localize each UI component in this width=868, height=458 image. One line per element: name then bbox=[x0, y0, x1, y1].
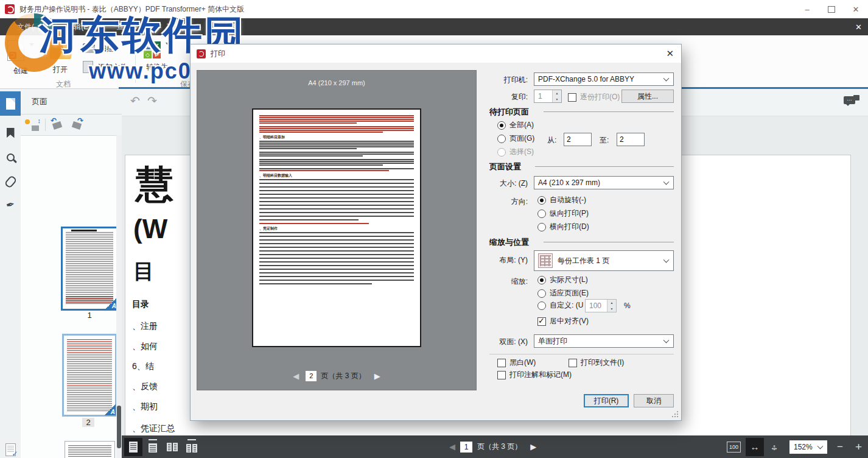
comment-button[interactable]: … bbox=[844, 95, 859, 107]
zoom-select[interactable]: 152% bbox=[789, 440, 827, 454]
radio-all-pages[interactable]: 全部(A) bbox=[497, 120, 534, 130]
preview-next-icon[interactable]: ▶ bbox=[374, 372, 380, 381]
page-prev-icon[interactable]: ◀ bbox=[449, 442, 455, 451]
radio-icon bbox=[497, 121, 506, 130]
layout-select[interactable]: 每份工作表 1 页 bbox=[534, 250, 674, 271]
add-file-button[interactable]: + 添加文件 bbox=[83, 61, 127, 73]
sidebar-tab-tasks[interactable]: ✓ bbox=[0, 437, 21, 458]
create-label: 创建 bbox=[13, 66, 28, 76]
fit-width-button[interactable]: ↔ bbox=[746, 438, 764, 456]
radio-landscape[interactable]: 横向打印(D) bbox=[537, 222, 589, 232]
panel-scrollbar[interactable] bbox=[116, 135, 122, 458]
radio-custom-scale[interactable]: 自定义: (U bbox=[537, 300, 583, 311]
maximize-button[interactable] bbox=[819, 1, 844, 18]
radio-fit-page[interactable]: 适应页面(E) bbox=[537, 288, 589, 298]
enhance-icon bbox=[25, 119, 30, 124]
undo-button[interactable]: ↶ bbox=[130, 94, 140, 108]
section-setup-header: 页面设置 bbox=[489, 161, 521, 172]
print-dialog: 打印 ✕ A4 (210 x 297 mm) 、明细科目添加、明细科目数据输入、… bbox=[190, 44, 682, 421]
radio-actual-size[interactable]: 实际尺寸(L) bbox=[537, 275, 588, 285]
open-folder-icon bbox=[50, 43, 71, 59]
selection-label: 选择(S) bbox=[509, 147, 534, 157]
thumbnail-1-label: 1 bbox=[83, 311, 96, 320]
view-single-page-button[interactable] bbox=[124, 438, 142, 456]
dialog-app-icon bbox=[197, 49, 206, 58]
thumbnail-page-2[interactable]: A bbox=[62, 334, 117, 417]
zoom-in-button[interactable]: + bbox=[855, 440, 862, 454]
dialog-close-button[interactable]: ✕ bbox=[666, 44, 674, 63]
preview-page-count: 页（共 3 页） bbox=[321, 371, 365, 381]
menu-item-help[interactable]: 帮助(H) bbox=[208, 18, 250, 35]
zoom-100-button[interactable]: 100 bbox=[727, 442, 741, 453]
chevron-down-icon bbox=[166, 43, 170, 46]
custom-scale-stepper[interactable]: 100 ▲▼ bbox=[585, 299, 617, 312]
panel-scrollbar-thumb[interactable] bbox=[117, 406, 121, 448]
properties-button[interactable]: 属性... bbox=[621, 90, 674, 103]
app-icon bbox=[5, 4, 15, 14]
sidebar-tab-pages[interactable] bbox=[0, 91, 21, 116]
scan-button[interactable]: 扫描 bbox=[83, 44, 114, 54]
black-white-checkbox[interactable]: 黑白(W) bbox=[497, 358, 536, 368]
thumbnail-page-1[interactable]: A bbox=[61, 227, 118, 311]
page-next-icon[interactable]: ▶ bbox=[530, 442, 536, 451]
radio-selection[interactable]: 选择(S) bbox=[497, 147, 534, 157]
center-checkbox[interactable]: 居中对齐(V) bbox=[537, 316, 589, 326]
sidebar-tab-signature[interactable]: ✒ bbox=[0, 192, 21, 217]
sidebar-tab-search[interactable] bbox=[0, 145, 21, 169]
size-select[interactable]: A4 (210 x 297 mm) bbox=[534, 176, 674, 189]
from-input[interactable] bbox=[564, 133, 592, 146]
menubar-close-icon[interactable]: ✕ bbox=[855, 18, 862, 35]
radio-page-range[interactable]: 页面(G) bbox=[497, 133, 534, 144]
thumbnail-2-label: 2 bbox=[82, 418, 94, 427]
minimize-button[interactable]: – bbox=[795, 1, 819, 18]
menu-item-edit[interactable]: 编辑(E) bbox=[58, 18, 99, 35]
window-titlebar: 财务用户操作说明书 - 泰比（ABBYY）PDF Transformer+ 简体… bbox=[0, 0, 868, 19]
spin-up-icon[interactable]: ▲ bbox=[553, 90, 561, 96]
open-button[interactable]: 打开 bbox=[50, 40, 71, 75]
print-button[interactable]: 打印(R) bbox=[584, 394, 629, 407]
cancel-button[interactable]: 取消 bbox=[634, 394, 674, 407]
to-input[interactable] bbox=[617, 133, 645, 146]
close-button[interactable]: ✕ bbox=[844, 1, 868, 18]
convert-to-button[interactable]: W X ◇ P 转换为 bbox=[144, 41, 170, 72]
menu-item-file[interactable]: 文件(F) bbox=[9, 18, 49, 35]
spin-up-icon[interactable]: ▲ bbox=[607, 300, 616, 306]
duplex-select[interactable]: 单面打印 bbox=[534, 334, 674, 348]
doc-toc-item: 6、结 bbox=[132, 361, 154, 372]
duplex-value: 单面打印 bbox=[538, 336, 567, 347]
rotate-right-button[interactable]: ↷ bbox=[69, 118, 85, 132]
sidebar-tab-attachments[interactable] bbox=[0, 169, 21, 194]
center-label: 居中对齐(V) bbox=[550, 316, 589, 326]
dialog-resize-grip[interactable] bbox=[671, 410, 679, 418]
dialog-titlebar: 打印 ✕ bbox=[191, 44, 681, 63]
radio-auto-rotate[interactable]: 自动旋转(-) bbox=[537, 195, 586, 205]
print-to-file-label: 打印到文件(I) bbox=[581, 358, 624, 368]
rotate-left-button[interactable]: ↶ bbox=[49, 118, 65, 132]
print-to-file-checkbox[interactable]: 打印到文件(I) bbox=[569, 358, 624, 368]
view-facing-button[interactable] bbox=[163, 438, 181, 456]
fit-page-button[interactable]: ↔ ↕ bbox=[765, 438, 783, 456]
panel-toolbar: ↕ ↶ ↷ bbox=[21, 114, 122, 136]
zoom-out-button[interactable]: − bbox=[837, 441, 843, 453]
sidebar-tab-bookmarks[interactable] bbox=[0, 121, 21, 145]
landscape-label: 横向打印(D) bbox=[550, 222, 589, 232]
preview-page-input[interactable]: 2 bbox=[305, 370, 317, 382]
copies-stepper[interactable]: 1 ▲▼ bbox=[534, 90, 562, 103]
view-facing-continuous-button[interactable] bbox=[183, 438, 201, 456]
thumbnail-page-3[interactable]: A bbox=[65, 441, 115, 458]
redo-button[interactable]: ↷ bbox=[147, 94, 157, 108]
status-page-input[interactable]: 1 bbox=[460, 442, 472, 453]
collate-checkbox[interactable]: 逐份打印(O) bbox=[568, 92, 620, 102]
view-continuous-button[interactable] bbox=[144, 438, 162, 456]
spin-down-icon[interactable]: ▼ bbox=[607, 306, 616, 312]
enhance-button[interactable]: ↕ bbox=[24, 118, 40, 132]
create-button[interactable]: 创建 bbox=[7, 40, 34, 76]
menu-item-view[interactable]: 查看(V) bbox=[108, 18, 149, 35]
document-text: 慧 (W 目 目录 、注册 、如何 6、结 、反馈 、期初 、凭证汇总 bbox=[131, 155, 192, 435]
printer-select[interactable]: PDF-XChange 5.0 for ABBYY bbox=[534, 72, 674, 86]
menu-item-tools[interactable]: 工具(T) bbox=[158, 18, 198, 35]
spin-down-icon[interactable]: ▼ bbox=[553, 96, 561, 102]
preview-prev-icon[interactable]: ◀ bbox=[293, 372, 299, 381]
annotations-checkbox[interactable]: 打印注解和标记(M) bbox=[497, 370, 572, 380]
radio-portrait[interactable]: 纵向打印(P) bbox=[537, 208, 589, 219]
